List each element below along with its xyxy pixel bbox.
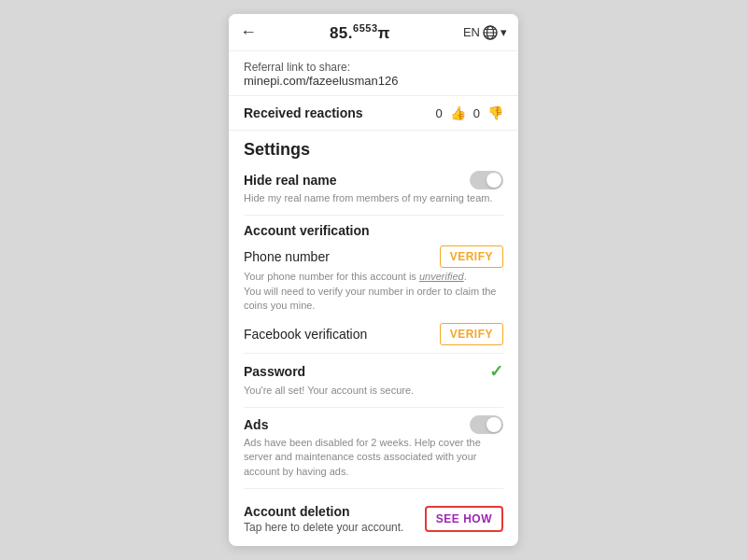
- toggle-knob: [486, 173, 501, 188]
- see-how-button[interactable]: SEE HOW: [425, 506, 503, 532]
- account-deletion-desc: Tap here to delete your account.: [244, 521, 403, 534]
- ads-label: Ads: [244, 417, 268, 432]
- divider-2: [244, 353, 503, 354]
- account-deletion-label: Account deletion: [244, 504, 403, 519]
- back-button[interactable]: ←: [240, 22, 257, 42]
- divider-1: [244, 215, 503, 216]
- reactions-counts: 0 👍 0 👎: [436, 105, 503, 120]
- password-row: Password ✓: [244, 361, 503, 382]
- phone-frame: ← 85.6553π EN ▾ Referral link to share: …: [229, 14, 518, 546]
- account-verification-section: Account verification Phone number VERIFY…: [244, 223, 503, 344]
- referral-link[interactable]: minepi.com/fazeelusman126: [244, 74, 503, 88]
- header: ← 85.6553π EN ▾: [229, 14, 518, 51]
- settings-section: Settings Hide real name Hide my real nam…: [229, 131, 518, 489]
- hide-real-name-toggle[interactable]: [470, 171, 503, 189]
- phone-number-label: Phone number: [244, 249, 330, 264]
- ads-desc: Ads have been disabled for 2 weeks. Help…: [244, 436, 503, 479]
- password-checkmark-icon: ✓: [489, 361, 503, 382]
- thumbs-down-icon: 👎: [487, 105, 503, 120]
- facebook-verification-row: Facebook verification VERIFY: [244, 323, 503, 345]
- unverified-text: unverified: [419, 271, 464, 282]
- ads-row: Ads: [244, 415, 503, 434]
- ads-toggle[interactable]: [470, 415, 503, 434]
- reactions-section: Received reactions 0 👍 0 👎: [229, 96, 518, 131]
- deletion-row: Account deletion Tap here to delete your…: [244, 504, 503, 534]
- hide-real-name-row: Hide real name: [244, 171, 503, 189]
- dislikes-count: 0: [473, 106, 480, 120]
- phone-number-row: Phone number VERIFY: [244, 245, 503, 268]
- phone-desc: Your phone number for this account is un…: [244, 270, 503, 313]
- main-content: Referral link to share: minepi.com/fazee…: [229, 51, 518, 546]
- referral-label: Referral link to share:: [244, 61, 503, 74]
- referral-section: Referral link to share: minepi.com/fazee…: [229, 51, 518, 96]
- thumbs-up-icon: 👍: [450, 105, 466, 120]
- settings-title: Settings: [244, 140, 503, 160]
- hide-real-name-label: Hide real name: [244, 173, 337, 188]
- language-selector[interactable]: EN ▾: [463, 25, 507, 40]
- facebook-verify-button[interactable]: VERIFY: [440, 323, 503, 345]
- password-desc: You're all set! Your account is secure.: [244, 384, 503, 398]
- divider-4: [244, 488, 503, 489]
- lang-chevron: ▾: [500, 25, 507, 39]
- ads-toggle-knob: [486, 417, 501, 432]
- facebook-verification-label: Facebook verification: [244, 327, 367, 342]
- lang-label: EN: [463, 25, 480, 39]
- divider-3: [244, 407, 503, 408]
- phone-verify-button[interactable]: VERIFY: [440, 245, 503, 268]
- password-label: Password: [244, 364, 305, 379]
- globe-icon: [483, 25, 498, 40]
- signout-section: SIGN OUT: [229, 541, 518, 546]
- reactions-label: Received reactions: [244, 105, 363, 120]
- account-verification-label: Account verification: [244, 223, 503, 238]
- likes-count: 0: [436, 106, 443, 120]
- balance-display: 85.6553π: [330, 22, 390, 43]
- account-deletion-section: Account deletion Tap here to delete your…: [229, 497, 518, 541]
- hide-real-name-desc: Hide my real name from members of my ear…: [244, 191, 503, 205]
